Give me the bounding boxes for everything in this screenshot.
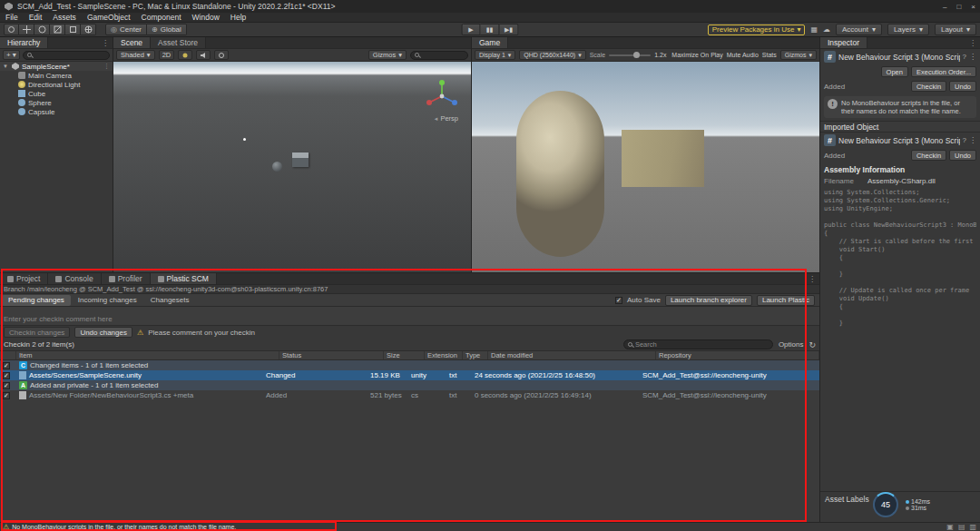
scene-cube-object[interactable] <box>292 152 309 167</box>
tab-plastic-scm[interactable]: Plastic SCM <box>151 273 217 284</box>
move-tool-button[interactable] <box>19 24 34 35</box>
scene-search-input[interactable] <box>422 51 464 59</box>
resolution-dropdown[interactable]: QHD (2560x1440)▾ <box>519 50 585 60</box>
undo-changes-button[interactable]: Undo changes <box>74 327 132 338</box>
column-repository[interactable]: Repository <box>656 351 819 359</box>
undo-button[interactable]: Undo <box>949 150 976 161</box>
checkin-changes-button[interactable]: Checkin changes <box>4 327 70 338</box>
group-checkbox[interactable]: ✓ <box>3 382 10 389</box>
tab-asset-store[interactable]: Asset Store <box>151 37 206 48</box>
launch-branch-explorer-button[interactable]: Launch branch explorer <box>665 295 752 306</box>
menu-edit[interactable]: Edit <box>24 13 48 22</box>
open-script-button[interactable]: Open <box>881 66 908 77</box>
tab-inspector[interactable]: Inspector <box>820 37 867 48</box>
minimize-button[interactable]: – <box>943 3 946 11</box>
scene-viewport[interactable]: ◄Persp <box>113 62 471 272</box>
menu-window[interactable]: Window <box>187 13 225 22</box>
checkin-comment-box[interactable] <box>0 307 819 326</box>
activity-icon[interactable]: ▣ <box>946 523 954 531</box>
pause-button[interactable]: ▮▮ <box>481 24 500 35</box>
grid-icon[interactable]: ▦ <box>810 26 818 34</box>
preview-packages-dropdown[interactable]: Preview Packages in Use▾ <box>708 25 806 35</box>
status-message[interactable]: ⚠ No MonoBehaviour scripts in the file, … <box>0 523 336 531</box>
subtab-incoming-changes[interactable]: Incoming changes <box>72 295 143 306</box>
help-icon[interactable]: ? <box>963 136 966 144</box>
undo-button[interactable]: Undo <box>949 81 976 92</box>
tab-profiler[interactable]: Profiler <box>102 273 151 284</box>
group-row-added[interactable]: ✓ AAdded and private - 1 of 1 item selec… <box>0 380 819 390</box>
audio-toggle-icon[interactable] <box>196 50 211 60</box>
layout-dropdown[interactable]: Layout▾ <box>935 24 976 35</box>
account-dropdown[interactable]: Account▾ <box>836 24 882 35</box>
process-icon[interactable]: ▥ <box>969 523 976 531</box>
stats-toggle[interactable]: Stats <box>762 52 777 58</box>
inspector-menu-icon[interactable]: ⋮ <box>965 37 980 48</box>
column-date-modified[interactable]: Date modified <box>488 351 656 359</box>
hand-tool-button[interactable] <box>4 24 19 35</box>
panel-menu-icon[interactable]: ⋮ <box>805 273 819 284</box>
checkin-button[interactable]: Checkin <box>911 81 946 92</box>
game-gizmos-dropdown[interactable]: Gizmos▾ <box>780 50 817 60</box>
rect-tool-button[interactable] <box>65 24 81 35</box>
options-link[interactable]: Options <box>779 340 804 349</box>
table-row[interactable]: ✓ Assets/Scenes/SampleScene.unity Change… <box>0 370 819 380</box>
menu-component[interactable]: Component <box>136 13 187 22</box>
help-icon[interactable]: ? <box>963 53 966 61</box>
launch-plastic-button[interactable]: Launch Plastic <box>757 295 815 306</box>
effects-toggle-icon[interactable] <box>214 50 229 60</box>
group-checkbox[interactable]: ✓ <box>3 362 10 369</box>
hierarchy-item-main-camera[interactable]: Main Camera <box>0 71 113 80</box>
display-dropdown[interactable]: Display 1▾ <box>475 50 515 60</box>
column-item[interactable]: Item <box>16 351 279 359</box>
axis-orientation-gizmo[interactable] <box>424 78 460 118</box>
plastic-search[interactable] <box>623 339 773 349</box>
execution-order-button[interactable]: Execution Order... <box>911 66 976 77</box>
tab-game[interactable]: Game <box>472 37 508 48</box>
scene-sphere-object[interactable] <box>272 162 282 172</box>
game-viewport[interactable] <box>472 62 819 272</box>
checkin-comment-input[interactable] <box>4 315 816 323</box>
row-checkbox[interactable]: ✓ <box>3 372 10 379</box>
checkin-button[interactable]: Checkin <box>911 150 946 161</box>
maximize-on-play-toggle[interactable]: Maximize On Play <box>671 52 722 58</box>
group-row-changed[interactable]: ✓ CChanged items - 1 of 1 item selected <box>0 360 819 370</box>
auto-save-checkbox[interactable]: ✓ <box>615 297 622 304</box>
hierarchy-item-cube[interactable]: Cube <box>0 89 113 98</box>
scene-search[interactable] <box>410 51 468 60</box>
rotate-tool-button[interactable] <box>34 24 50 35</box>
scale-slider[interactable] <box>609 54 651 56</box>
collapse-arrow-icon[interactable]: ▼ <box>3 64 9 69</box>
tab-project[interactable]: Project <box>0 273 48 284</box>
close-button[interactable]: × <box>971 3 975 11</box>
play-button[interactable]: ▶ <box>462 24 481 35</box>
menu-file[interactable]: File <box>0 13 24 22</box>
pivot-toggle-button[interactable]: ◎Center <box>105 24 147 35</box>
space-toggle-button[interactable]: ⊕Global <box>147 24 187 35</box>
step-button[interactable]: ▶▮ <box>500 24 519 35</box>
sync-progress-badge[interactable]: 45 <box>873 492 898 517</box>
tab-scene[interactable]: Scene <box>113 37 151 48</box>
layers-dropdown[interactable]: Layers▾ <box>887 24 929 35</box>
column-extension[interactable]: Extension <box>425 351 463 359</box>
subtab-changesets[interactable]: Changesets <box>144 295 196 306</box>
hierarchy-item-sphere[interactable]: Sphere <box>0 98 113 107</box>
scale-slider-knob[interactable] <box>633 52 640 58</box>
context-menu-icon[interactable]: ⋮ <box>969 136 976 144</box>
scene-options-icon[interactable]: ⋮ <box>103 63 113 70</box>
transform-tool-button[interactable] <box>81 24 96 35</box>
menu-gameobject[interactable]: GameObject <box>82 13 136 22</box>
projection-label[interactable]: ◄Persp <box>433 114 458 123</box>
hierarchy-menu-icon[interactable]: ⋮ <box>98 37 113 48</box>
column-type[interactable]: Type <box>463 351 488 359</box>
row-checkbox[interactable]: ✓ <box>3 392 10 399</box>
menu-help[interactable]: Help <box>225 13 251 22</box>
lighting-toggle-icon[interactable] <box>178 50 192 60</box>
plastic-search-input[interactable] <box>635 340 769 349</box>
mute-audio-toggle[interactable]: Mute Audio <box>727 52 759 58</box>
hierarchy-search-input[interactable] <box>34 51 105 59</box>
cloud-collab-icon[interactable]: ☁ <box>823 26 830 34</box>
context-menu-icon[interactable]: ⋮ <box>969 53 976 61</box>
table-row[interactable]: ✓ Assets/New Folder/NewBehaviourScript3.… <box>0 390 819 400</box>
scene-gizmos-dropdown[interactable]: Gizmos▾ <box>368 50 407 60</box>
refresh-icon[interactable]: ↻ <box>808 340 816 349</box>
